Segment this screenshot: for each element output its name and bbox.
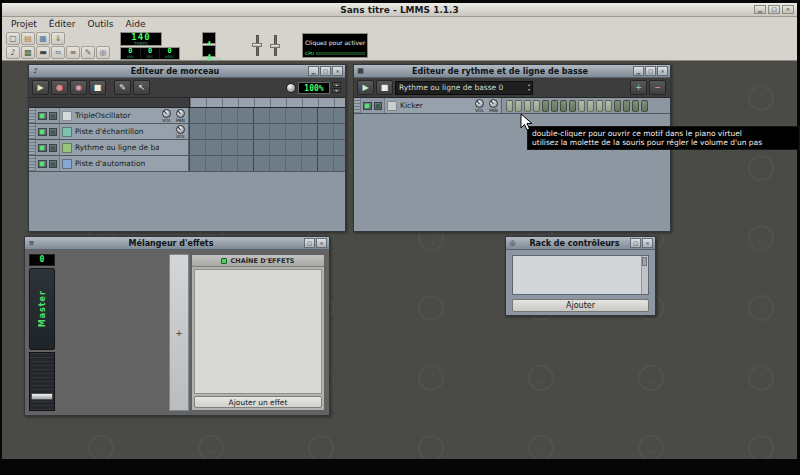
maximize-button[interactable]: □ — [645, 66, 656, 76]
beat-step[interactable] — [578, 100, 585, 112]
track-mute-button[interactable] — [363, 102, 372, 110]
timeline-ruler[interactable] — [189, 98, 345, 107]
track-name-button[interactable]: TripleOscillatorVOLPAN — [60, 108, 189, 123]
cpu-indicator[interactable]: Cliquez pour activer CPU — [302, 33, 368, 58]
bb-editor-toggle[interactable]: ▩ — [21, 46, 35, 59]
menu-item-3[interactable]: Aide — [120, 18, 152, 30]
maximize-button[interactable]: □ — [320, 66, 331, 76]
chain-enable-led[interactable] — [221, 258, 227, 264]
slider-handle[interactable] — [270, 44, 280, 48]
maximize-button[interactable]: □ — [768, 5, 780, 14]
track-mute-button[interactable] — [38, 128, 47, 136]
maximize-button[interactable]: □ — [630, 238, 641, 248]
track-timeline[interactable] — [189, 140, 345, 155]
play-button[interactable]: ▶ — [357, 80, 374, 95]
beat-step[interactable] — [560, 100, 567, 112]
track-solo-button[interactable] — [49, 144, 58, 152]
track-mute-button[interactable] — [38, 144, 47, 152]
beat-step[interactable] — [506, 100, 513, 112]
add-effect-button[interactable]: Ajouter un effet — [194, 396, 322, 408]
close-button[interactable]: × — [782, 5, 794, 14]
beat-step[interactable] — [515, 100, 522, 112]
minimize-button[interactable]: ▁ — [308, 66, 319, 76]
track-solo-button[interactable] — [374, 102, 383, 110]
track-name-button[interactable]: Piste d'automation — [60, 156, 189, 171]
close-button[interactable]: × — [332, 66, 343, 76]
fader-handle[interactable] — [31, 393, 53, 400]
track-grip[interactable] — [29, 124, 36, 139]
track-grip[interactable] — [354, 98, 361, 113]
slider-handle[interactable] — [252, 43, 262, 47]
beat-step[interactable] — [623, 100, 630, 112]
close-button[interactable]: × — [642, 238, 653, 248]
pattern-down-button[interactable]: ▾ — [528, 88, 530, 92]
beat-step[interactable] — [569, 100, 576, 112]
beat-step[interactable] — [524, 100, 531, 112]
tempo-display[interactable]: 140 TEMPO — [120, 32, 162, 46]
save-project-button[interactable]: ▦ — [36, 32, 50, 45]
project-notes-toggle[interactable]: ✎ — [81, 46, 95, 59]
master-level-display[interactable]: 0 — [29, 254, 55, 266]
track-grip[interactable] — [29, 156, 36, 171]
track-solo-button[interactable] — [49, 128, 58, 136]
song-editor-titlebar[interactable]: ♪ Éditeur de morceau ▁□× — [29, 65, 345, 78]
remove-steps-button[interactable]: − — [649, 80, 666, 95]
track-name-button[interactable]: Rythme ou ligne de ba — [60, 140, 189, 155]
track-solo-button[interactable] — [49, 160, 58, 168]
beat-step[interactable] — [614, 100, 621, 112]
track-timeline[interactable] — [189, 124, 345, 139]
zoom-down-button[interactable]: ▾ — [332, 88, 341, 93]
open-project-button[interactable]: ▤ — [21, 32, 35, 45]
beat-step[interactable] — [605, 100, 612, 112]
piano-roll-toggle[interactable]: ▬ — [36, 46, 50, 59]
track-grip[interactable] — [29, 108, 36, 123]
stop-button[interactable]: ■ — [89, 80, 106, 95]
new-fx-channel-button[interactable]: + — [169, 254, 189, 411]
close-button[interactable]: × — [316, 238, 327, 248]
song-editor-toggle[interactable]: ♪ — [6, 46, 20, 59]
controller-list[interactable] — [512, 255, 649, 295]
track-name-button[interactable]: Piste d'échantillonVOL — [60, 124, 189, 139]
master-pitch-slider[interactable] — [270, 35, 280, 56]
master-fader[interactable] — [29, 352, 55, 411]
beat-step[interactable] — [533, 100, 540, 112]
automation-editor-toggle[interactable]: ≈ — [51, 46, 65, 59]
master-volume-slider[interactable] — [252, 35, 262, 56]
beat-step[interactable] — [587, 100, 594, 112]
track-mute-button[interactable] — [38, 160, 47, 168]
bb-editor-titlebar[interactable]: ▦ Éditeur de rythme et de ligne de basse… — [354, 65, 670, 78]
close-button[interactable]: × — [657, 66, 668, 76]
vol-knob[interactable]: VOL — [473, 98, 486, 113]
add-steps-button[interactable]: + — [630, 80, 647, 95]
pan-knob[interactable]: PAN — [174, 108, 187, 123]
menu-item-2[interactable]: Outils — [82, 18, 120, 30]
menu-item-0[interactable]: Projet — [5, 18, 43, 30]
zoom-up-button[interactable]: ▴ — [332, 82, 341, 87]
minimize-button[interactable]: ▁ — [754, 5, 766, 14]
zoom-knob[interactable] — [286, 83, 296, 93]
add-controller-button[interactable]: Ajouter — [512, 299, 649, 312]
beat-step[interactable] — [542, 100, 549, 112]
track-grip[interactable] — [29, 140, 36, 155]
record-button[interactable]: ● — [51, 80, 68, 95]
controller-list-scrollbar[interactable] — [641, 256, 648, 294]
effects-chain-list[interactable] — [194, 269, 322, 394]
master-channel-button[interactable]: Master — [29, 268, 55, 350]
controller-rack-toggle[interactable]: ◎ — [96, 46, 110, 59]
timesig-numerator[interactable]: 4 — [202, 32, 216, 44]
track-solo-button[interactable] — [49, 112, 58, 120]
track-mute-button[interactable] — [38, 112, 47, 120]
beat-step[interactable] — [596, 100, 603, 112]
pattern-selector[interactable]: Rythme ou ligne de basse 0 ▴▾ — [395, 81, 533, 95]
track-name-button[interactable]: Kicker VOL PAN — [385, 98, 502, 113]
controller-rack-titlebar[interactable]: ◎ Rack de contrôleurs □× — [506, 237, 655, 250]
fx-mixer-toggle[interactable]: ≡ — [66, 46, 80, 59]
track-timeline[interactable] — [189, 156, 345, 171]
minimize-button[interactable]: ▁ — [633, 66, 644, 76]
track-timeline[interactable] — [189, 108, 345, 123]
record-play-button[interactable]: ◉ — [70, 80, 87, 95]
edit-mode-button[interactable]: ↖ — [133, 80, 150, 95]
pan-knob[interactable]: PAN — [487, 98, 500, 113]
menu-item-1[interactable]: Éditer — [43, 18, 82, 30]
beat-step[interactable] — [632, 100, 639, 112]
